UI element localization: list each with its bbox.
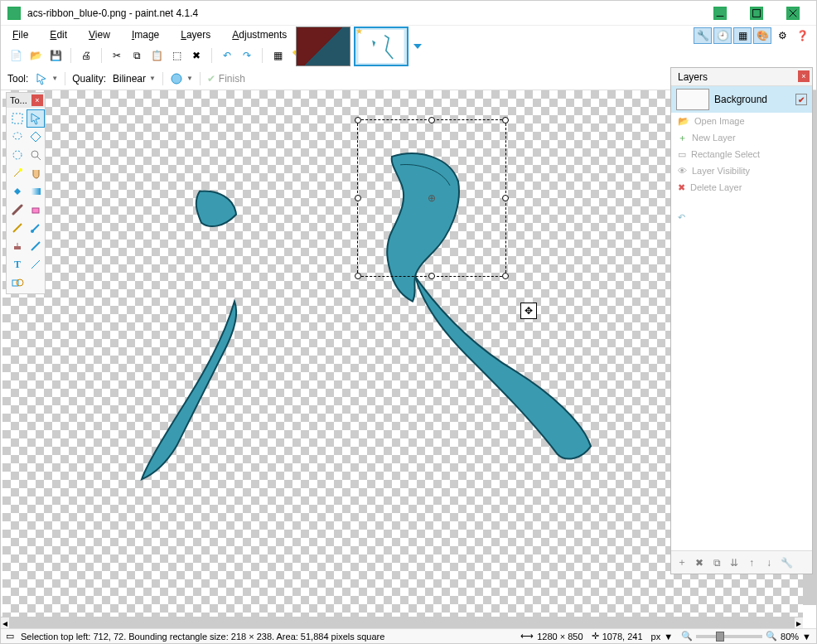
duplicate-layer-button[interactable]: ⧉ [709, 555, 724, 570]
finish-button[interactable]: ✔ Finish [207, 73, 245, 85]
brush-tool[interactable] [8, 201, 27, 219]
layers-panel-close-button[interactable]: × [798, 70, 810, 82]
clone-stamp-tool[interactable] [8, 237, 27, 255]
maximize-button[interactable] [750, 3, 770, 23]
chevron-down-icon: ▼ [186, 75, 193, 82]
print-button[interactable]: 🖨 [78, 47, 94, 64]
magic-wand-tool[interactable] [8, 164, 27, 182]
merge-layer-button[interactable]: ⇊ [727, 555, 742, 570]
chevron-down-icon[interactable]: ▼ [802, 632, 811, 642]
add-layer-button[interactable]: ＋ [674, 555, 689, 570]
text-tool[interactable]: T [8, 255, 27, 274]
sampling-selector[interactable]: ▼ [170, 72, 193, 85]
tool-selector[interactable]: ▼ [35, 72, 58, 85]
selection-handle-ne[interactable] [502, 117, 509, 123]
move-layer-down-button[interactable]: ↓ [761, 555, 776, 570]
svg-line-16 [13, 224, 22, 232]
minimize-button[interactable] [713, 3, 733, 23]
app-icon [7, 7, 21, 20]
status-bar: ▭ Selection top left: 712, 72. Bounding … [1, 628, 816, 643]
close-button[interactable] [786, 3, 806, 23]
menu-edit[interactable]: Edit [45, 27, 72, 42]
ctx-rect-select[interactable]: ▭Rectangle Select [673, 146, 810, 162]
svg-point-12 [19, 168, 22, 172]
save-button[interactable]: 💾 [47, 47, 64, 64]
rect-select-tool[interactable] [8, 109, 27, 128]
grid-button[interactable]: ▦ [269, 47, 286, 64]
pencil-tool[interactable] [8, 219, 27, 237]
deselect-button[interactable]: ✖ [188, 47, 205, 64]
move-layer-up-button[interactable]: ↑ [744, 555, 759, 570]
copy-button[interactable]: ⧉ [128, 47, 145, 64]
zoom-slider[interactable] [696, 635, 762, 638]
util-layers-button[interactable]: ▦ [733, 27, 752, 44]
zoom-tool[interactable] [27, 146, 45, 164]
zoom-in-button[interactable]: 🔍 [766, 631, 777, 642]
svg-point-7 [13, 133, 22, 139]
ctx-layer-visibility[interactable]: 👁Layer Visibility [673, 162, 810, 179]
selection-handle-w[interactable] [355, 195, 361, 201]
move-selection-tool[interactable] [27, 128, 45, 146]
fill-tool[interactable] [8, 182, 27, 201]
util-history-button[interactable]: 🕘 [713, 27, 732, 44]
layer-visibility-checkbox[interactable]: ✔ [795, 94, 807, 105]
cut-button[interactable]: ✂ [109, 47, 125, 64]
selection-handle-n[interactable] [428, 117, 435, 123]
menu-layers[interactable]: Layers [176, 27, 215, 42]
document-thumb-2[interactable]: ★ [354, 27, 408, 66]
util-help-button[interactable]: ❓ [793, 27, 811, 44]
selection-handle-s[interactable] [428, 273, 435, 279]
pan-tool[interactable] [27, 164, 45, 182]
recolor-tool[interactable] [27, 237, 45, 255]
move-tool[interactable] [27, 109, 45, 128]
layer-context-menu: 📂Open Image ＋New Layer ▭Rectangle Select… [673, 113, 810, 225]
crop-button[interactable]: ⬚ [168, 47, 185, 64]
paste-button[interactable]: 📋 [148, 47, 165, 64]
tool-label: Tool: [7, 73, 28, 85]
layer-properties-button[interactable]: 🔧 [779, 555, 794, 570]
new-button[interactable]: 📄 [7, 47, 24, 64]
units-selector[interactable]: px ▼ [651, 632, 674, 642]
modified-star-icon: ★ [355, 27, 363, 36]
shapes-tool[interactable] [8, 274, 27, 292]
delete-layer-button[interactable]: ✖ [692, 555, 707, 570]
open-button[interactable]: 📂 [27, 47, 44, 64]
move-cursor-icon: ✥ [520, 303, 537, 319]
selection-rectangle[interactable]: ⊕ [357, 119, 506, 277]
util-tools-button[interactable]: 🔧 [694, 27, 712, 44]
redo-button[interactable]: ↷ [239, 47, 255, 64]
shape-dropdown[interactable] [27, 274, 45, 292]
zoom-out-button[interactable]: 🔍 [681, 631, 693, 642]
tools-panel-close-button[interactable]: × [31, 94, 43, 106]
thumb-dropdown-icon[interactable] [412, 41, 423, 52]
ctx-open-image[interactable]: 📂Open Image [673, 113, 810, 129]
menu-adjustments[interactable]: Adjustments [227, 27, 292, 42]
color-picker-tool[interactable] [27, 219, 45, 237]
quality-value: Bilinear [113, 73, 146, 85]
horizontal-scrollbar[interactable]: ◂ ▸ [1, 617, 803, 628]
selection-handle-se[interactable] [502, 273, 509, 279]
util-settings-button[interactable]: ⚙ [773, 27, 791, 44]
ctx-new-layer[interactable]: ＋New Layer [673, 129, 810, 146]
tools-panel: To... × T [6, 92, 46, 294]
selection-handle-nw[interactable] [355, 117, 361, 123]
util-colors-button[interactable]: 🎨 [753, 27, 771, 44]
ctx-undo[interactable]: ↶ [673, 209, 810, 225]
ctx-delete-layer[interactable]: ✖Delete Layer [673, 179, 810, 196]
cursor-pos-icon: ✛ [592, 631, 599, 642]
document-thumb-1[interactable] [296, 27, 350, 66]
menu-view[interactable]: View [84, 27, 115, 42]
gradient-tool[interactable] [27, 182, 45, 201]
eraser-tool[interactable] [27, 201, 45, 219]
lasso-tool[interactable] [8, 128, 27, 146]
menu-image[interactable]: Image [127, 27, 164, 42]
selection-handle-e[interactable] [502, 195, 509, 201]
ellipse-select-tool[interactable] [8, 146, 27, 164]
selection-handle-sw[interactable] [355, 273, 361, 279]
quality-selector[interactable]: Bilinear ▼ [113, 73, 156, 85]
line-tool[interactable] [27, 255, 45, 274]
undo-button[interactable]: ↶ [219, 47, 235, 64]
layer-row[interactable]: Background ✔ [671, 86, 812, 113]
svg-rect-15 [32, 208, 39, 213]
menu-file[interactable]: File [7, 27, 33, 42]
